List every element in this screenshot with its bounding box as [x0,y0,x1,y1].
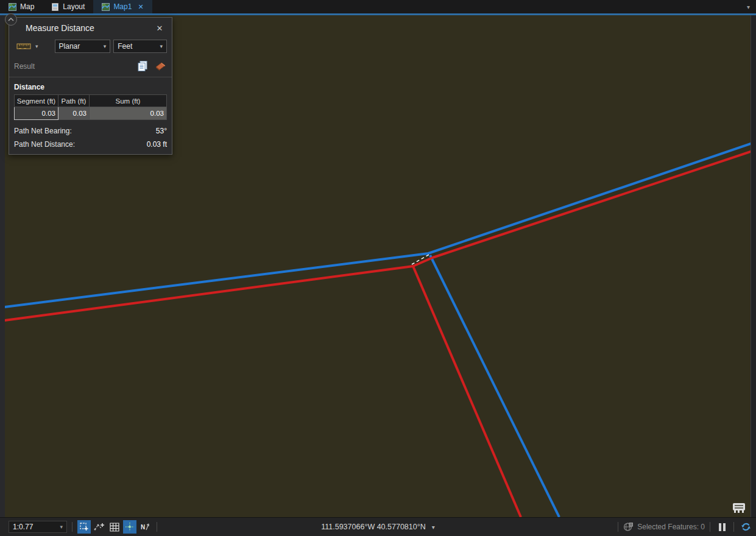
result-row: Result [9,58,172,77]
path-net-bearing-label: Path Net Bearing: [14,127,72,135]
tab-map-label: Map [20,2,34,11]
path-column-header: Path (ft) [58,95,90,107]
path-net-bearing-value: 53° [156,127,167,135]
map-scale-value: 1:0.77 [13,523,33,531]
blue-feature-line [0,142,756,517]
pause-drawing-button[interactable] [715,520,729,534]
chevron-down-icon: ▾ [432,524,435,531]
chevron-down-icon: ▾ [60,524,63,530]
status-toggle-icons: N [77,520,152,534]
sum-value-cell: 0.03 [90,107,167,120]
dialog-title-bar[interactable]: Measure Distance ✕ [9,18,172,38]
divider [618,522,618,532]
measure-type-value: Planar [59,42,80,51]
globe-selection-icon [623,522,634,532]
result-label: Result [14,62,35,71]
snapping-toggle[interactable] [123,520,136,534]
path-net-bearing-row: Path Net Bearing: 53° [9,124,172,138]
red-line-branch [413,266,521,517]
red-feature-line [0,150,756,517]
chevron-up-icon [7,17,15,22]
clear-results-eraser-icon[interactable] [154,61,167,71]
right-pane-edge [751,15,756,517]
status-bar: 1:0.77 ▾ [0,517,756,536]
refresh-icon [741,522,751,532]
map-thumbnail-icon [9,3,16,11]
tab-layout-label: Layout [63,2,85,11]
chevron-down-icon: ▾ [35,43,38,49]
selected-features-label: Selected Features: 0 [637,523,705,531]
grid-toggle[interactable] [108,520,121,534]
distance-table-header-row: Segment (ft) Path (ft) Sum (ft) [15,95,167,107]
path-value-cell: 0.03 [58,107,90,120]
map-thumbnail-icon [102,3,110,11]
layout-thumbnail-icon [51,3,59,11]
divider [72,522,72,532]
measure-mode-button[interactable]: ▾ [14,41,41,52]
coordinate-value: 111.5937066°W 40.5770810°N [321,523,425,531]
view-tab-bar: Map Layout Map1 ✕ ▾ [0,0,756,13]
svg-text:N: N [141,524,145,531]
measure-type-select[interactable]: Planar ▾ [55,40,111,53]
segment-value-cell[interactable]: 0.03 [15,107,58,120]
distance-table: Segment (ft) Path (ft) Sum (ft) 0.03 0.0… [14,94,167,120]
north-arrow-icon: N [140,522,150,532]
path-net-distance-value: 0.03 ft [147,140,167,149]
status-bar-right: Selected Features: 0 [613,520,752,534]
distance-table-value-row: 0.03 0.03 0.03 [15,107,167,120]
blue-line-main [0,142,756,308]
table-icon [731,501,747,515]
copy-result-icon[interactable] [137,60,149,72]
snapping-dots-icon [125,522,135,532]
measure-distance-dialog: Measure Distance ✕ ▾ Planar ▾ Feet ▾ [9,17,172,155]
north-arrow-toggle[interactable]: N [138,520,152,534]
extent-add-toggle[interactable] [77,520,91,534]
refresh-view-button[interactable] [739,520,752,534]
segment-column-header: Segment (ft) [15,95,58,107]
dialog-title: Measure Distance [26,23,94,33]
blue-line-branch [430,255,559,517]
sketch-add-toggle[interactable] [93,520,106,534]
measure-unit-select[interactable]: Feet ▾ [113,40,167,53]
divider [710,522,710,532]
sketch-plus-icon [94,522,105,532]
left-pane-edge [0,15,5,517]
tab-map1-label: Map1 [113,2,132,11]
close-icon[interactable]: ✕ [154,22,166,34]
distance-section-label: Distance [9,77,172,94]
attribute-table-overlay-button[interactable] [730,501,747,515]
tab-map[interactable]: Map [0,0,43,13]
divider [733,522,734,532]
grid-icon [110,523,119,532]
path-net-distance-label: Path Net Distance: [14,140,75,149]
tab-layout[interactable]: Layout [43,0,93,13]
red-line-main [0,150,756,321]
coordinate-display[interactable]: 111.5937066°W 40.5770810°N ▾ [321,523,435,531]
tab-overflow-chevron-icon[interactable]: ▾ [741,0,756,13]
ruler-icon [16,42,31,51]
chevron-down-icon: ▾ [160,43,163,49]
tab-close-icon[interactable]: ✕ [138,3,143,11]
collapse-overlay-button[interactable] [5,13,17,26]
chevron-down-icon: ▾ [104,43,107,49]
sum-column-header: Sum (ft) [90,95,167,107]
measure-unit-value: Feet [118,42,132,51]
selected-features-indicator[interactable]: Selected Features: 0 [623,522,705,532]
tab-map1[interactable]: Map1 ✕ [93,0,152,13]
divider [157,522,157,532]
arcgis-pro-window: Map Layout Map1 ✕ ▾ [0,0,756,536]
map-scale-combobox[interactable]: 1:0.77 ▾ [9,521,67,533]
pause-icon [719,523,726,531]
dashed-extent-plus-icon [79,522,89,532]
measure-toolbar: ▾ Planar ▾ Feet ▾ [9,38,172,58]
path-net-distance-row: Path Net Distance: 0.03 ft [9,138,172,154]
